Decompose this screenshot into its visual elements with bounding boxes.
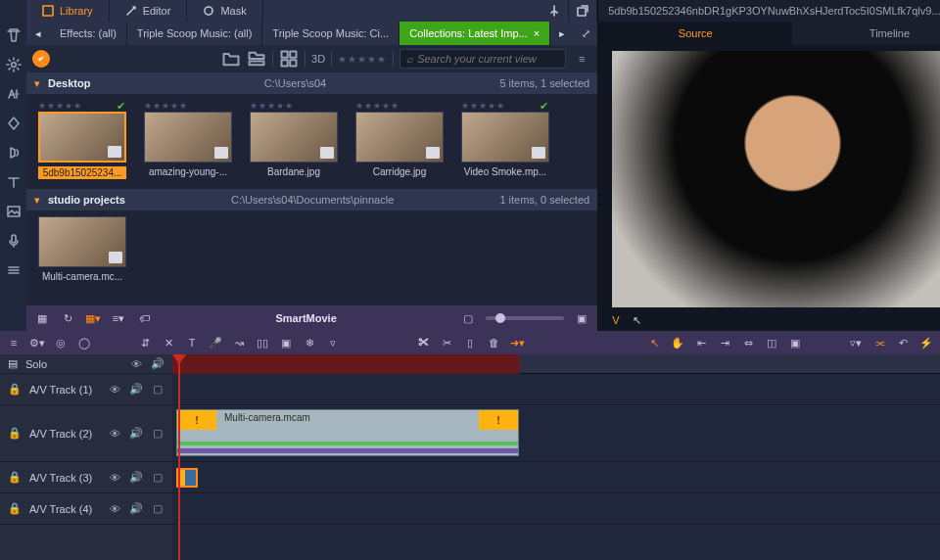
clip[interactable]: ! ! Multi-camera.mcam	[176, 409, 519, 456]
track-lane[interactable]	[172, 462, 940, 493]
eye-icon[interactable]: 👁	[108, 427, 121, 441]
speaker-icon[interactable]: 🔊	[129, 427, 143, 441]
thumb-size-slider[interactable]	[486, 316, 564, 320]
panel-menu-icon[interactable]: ≡	[572, 49, 591, 69]
keyframe-icon[interactable]: ▢	[151, 471, 164, 485]
popout-icon[interactable]	[569, 0, 597, 22]
track-lanes[interactable]: ! ! Multi-camera.mcam	[172, 354, 940, 560]
keyframe-icon[interactable]: ▢	[151, 383, 164, 397]
crumb-effects[interactable]: Effects: (all)	[50, 22, 127, 45]
cut2-icon[interactable]: ✂	[439, 335, 454, 350]
thumb-item[interactable]: ★★★★★ Video Smoke.mp...	[461, 100, 549, 179]
nav-back[interactable]: ◂	[26, 22, 50, 45]
more-icon[interactable]	[6, 262, 22, 278]
thumb-size-small-icon[interactable]: ▢	[460, 310, 476, 326]
view-icon[interactable]	[279, 49, 299, 69]
transition-icon[interactable]	[6, 116, 22, 131]
eye-icon[interactable]: 👁	[129, 357, 143, 371]
crumb-tsm-all[interactable]: Triple Scoop Music: (all)	[127, 22, 263, 45]
speaker-icon[interactable]: 🔊	[129, 383, 143, 397]
thumb-item[interactable]: ★★★★★ 5db9b15025234...	[38, 100, 126, 179]
track-lane[interactable]	[172, 374, 940, 405]
marker2-icon[interactable]: ▿▾	[848, 335, 864, 350]
pin-icon[interactable]	[540, 0, 569, 22]
insert-mode-icon[interactable]: ➜▾	[509, 335, 525, 350]
mixer-icon[interactable]: ⇵	[137, 335, 153, 350]
gear-icon[interactable]	[6, 57, 22, 72]
close-crumb-icon[interactable]: ×	[534, 27, 540, 39]
crumb-collections[interactable]: Collections: Latest Imp...×	[400, 22, 550, 45]
roll-icon[interactable]: ◫	[764, 335, 779, 350]
thumb-item[interactable]: ★★★★★ Carridge.jpg	[355, 100, 444, 179]
group-icon[interactable]: ▣	[278, 335, 294, 350]
lock-icon[interactable]: 🔒	[8, 502, 22, 516]
addtrack-icon[interactable]: ▣	[787, 335, 803, 350]
photo-icon[interactable]	[6, 204, 22, 219]
track-header[interactable]: 🔒 A/V Track (4) 👁 🔊 ▢	[0, 493, 172, 525]
track-header[interactable]: 🔒 A/V Track (2) 👁 🔊 ▢	[0, 405, 172, 462]
folder-open-icon[interactable]	[221, 49, 241, 69]
keyframe-icon[interactable]: ▢	[151, 427, 164, 441]
undo-icon[interactable]: ↶	[895, 335, 911, 350]
slip-icon[interactable]: ⇔	[740, 335, 756, 350]
preview-v-indicator[interactable]: V	[612, 314, 619, 326]
mic-icon[interactable]: 🎤	[208, 335, 223, 350]
thumb-size-large-icon[interactable]: ▣	[574, 310, 589, 326]
search-box[interactable]: ⌕	[400, 49, 566, 69]
collapse-icon[interactable]: ▤	[8, 357, 18, 370]
eye-icon[interactable]: 👁	[108, 383, 121, 397]
info-icon[interactable]: ▦	[34, 310, 50, 326]
track-lane[interactable]	[172, 493, 940, 525]
trim-in-icon[interactable]: ⇤	[693, 335, 709, 350]
magnet-icon[interactable]: ⫘	[871, 335, 887, 350]
tab-editor[interactable]: Editor	[110, 0, 188, 22]
target-icon[interactable]: ◎	[53, 335, 69, 350]
title-icon[interactable]	[6, 174, 22, 190]
444-icon[interactable]: ▯▯	[255, 335, 270, 350]
speaker-icon[interactable]: 🔊	[151, 357, 164, 371]
thumb-item[interactable]: Multi-camera.mc...	[38, 216, 126, 296]
nav-expand-icon[interactable]: ⤢	[574, 22, 597, 45]
voiceover-icon[interactable]	[6, 233, 22, 249]
track-lane[interactable]: ! ! Multi-camera.mcam	[172, 405, 940, 462]
eye-icon[interactable]: 👁	[108, 471, 121, 485]
cut-icon[interactable]: ✀	[415, 335, 431, 350]
title2-icon[interactable]: T	[184, 335, 200, 350]
smartmovie-button[interactable]: SmartMovie	[162, 312, 450, 324]
eye-icon[interactable]: 👁	[108, 502, 121, 516]
clipboard-icon[interactable]: ▯	[462, 335, 478, 350]
rating-filter[interactable]: ★★★★★	[338, 53, 387, 65]
cursor-icon[interactable]: ↖	[633, 314, 641, 327]
speed-icon[interactable]: ↝	[231, 335, 247, 350]
disc-icon[interactable]: ◯	[76, 335, 92, 350]
folder-tree-icon[interactable]	[247, 49, 266, 69]
preview-tab-timeline[interactable]: Timeline	[792, 22, 940, 45]
preview-tab-source[interactable]: Source	[598, 22, 792, 45]
refresh-icon[interactable]: ↻	[60, 310, 75, 326]
marker-icon[interactable]: ▿	[325, 335, 341, 350]
lightning-icon[interactable]: ⚡	[918, 335, 934, 350]
3d-toggle[interactable]: 3D	[311, 53, 325, 65]
trim-out-icon[interactable]: ⇥	[717, 335, 732, 350]
lock-icon[interactable]: 🔒	[8, 383, 22, 397]
nav-fwd[interactable]: ▸	[550, 22, 574, 45]
section-desktop[interactable]: ▾ Desktop C:\Users\s04 5 items, 1 select…	[26, 72, 597, 94]
fx-icon[interactable]	[6, 86, 22, 102]
grid-icon[interactable]: ▦▾	[85, 310, 101, 326]
trash-icon[interactable]: 🗑	[486, 335, 501, 350]
lock-icon[interactable]: 🔒	[8, 427, 22, 441]
track-header[interactable]: 🔒 A/V Track (1) 👁 🔊 ▢	[0, 374, 172, 405]
keyframe-icon[interactable]: ▢	[151, 502, 164, 516]
thumb-item[interactable]: ★★★★★ Bardane.jpg	[250, 100, 338, 179]
freeze-icon[interactable]: ❄	[302, 335, 317, 350]
track-header[interactable]: 🔒 A/V Track (3) 👁 🔊 ▢	[0, 462, 172, 493]
crumb-tsm-ci[interactable]: Triple Scoop Music: Ci...	[262, 22, 400, 45]
time-ruler[interactable]	[172, 354, 940, 374]
audio-icon[interactable]	[6, 145, 22, 161]
gear2-icon[interactable]: ⚙▾	[29, 335, 45, 350]
lock-icon[interactable]: 🔒	[8, 471, 22, 485]
tag-icon[interactable]: 🏷	[136, 310, 152, 326]
pointer-icon[interactable]: ↖	[646, 335, 662, 350]
section-studio[interactable]: ▾ studio projects C:\Users\s04\Documents…	[26, 189, 597, 210]
bin-icon[interactable]	[6, 27, 22, 43]
